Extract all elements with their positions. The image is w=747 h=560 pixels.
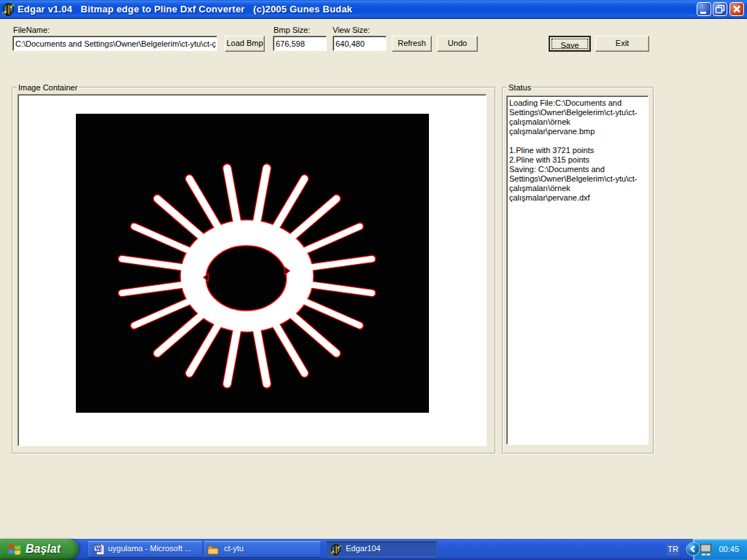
svg-text:W: W xyxy=(95,545,101,552)
